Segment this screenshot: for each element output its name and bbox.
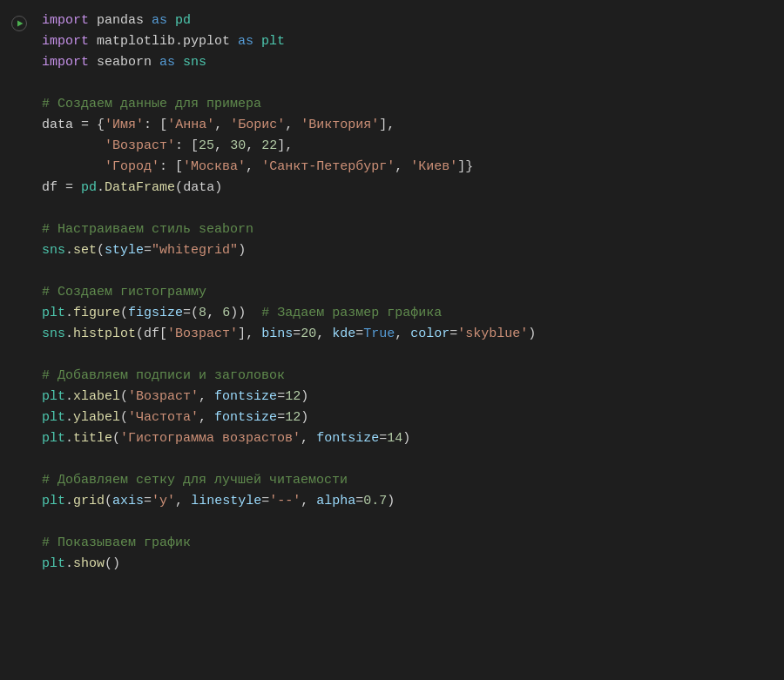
- run-button[interactable]: [10, 14, 29, 33]
- code-line: plt.grid(axis='y', linestyle='--', alpha…: [42, 491, 770, 512]
- code-line: # Добавляем подписи и заголовок: [42, 366, 770, 387]
- code-line: plt.title('Гистограмма возрастов', fonts…: [42, 428, 770, 449]
- code-line: # Добавляем сетку для лучшей читаемости: [42, 470, 770, 491]
- code-line: # Настраиваем стиль seaborn: [42, 219, 770, 240]
- code-editor: import pandas as pd import matplotlib.py…: [0, 0, 784, 680]
- code-line: sns.set(style="whitegrid"): [42, 240, 770, 261]
- code-line: import pandas as pd: [42, 10, 770, 31]
- code-line: df = pd.DataFrame(data): [42, 178, 770, 199]
- code-line: # Показываем график: [42, 533, 770, 554]
- code-line: [42, 261, 770, 282]
- code-line: 'Возраст': [25, 30, 22],: [42, 136, 770, 157]
- code-line: plt.xlabel('Возраст', fontsize=12): [42, 387, 770, 407]
- code-line: [42, 512, 770, 533]
- code-line: plt.ylabel('Частота', fontsize=12): [42, 407, 770, 428]
- code-line: [42, 73, 770, 94]
- code-line: # Создаем данные для примера: [42, 94, 770, 115]
- code-line: plt.show(): [42, 554, 770, 575]
- code-line: [42, 345, 770, 366]
- code-line: data = {'Имя': ['Анна', 'Борис', 'Виктор…: [42, 115, 770, 136]
- code-line: sns.histplot(df['Возраст'], bins=20, kde…: [42, 324, 770, 345]
- code-line: # Создаем гистограмму: [42, 282, 770, 303]
- code-line: import matplotlib.pyplot as plt: [42, 31, 770, 52]
- code-line: [42, 449, 770, 470]
- code-line: import seaborn as sns: [42, 52, 770, 73]
- code-line: [42, 199, 770, 219]
- code-line: 'Город': ['Москва', 'Санкт-Петербург', '…: [42, 157, 770, 178]
- code-content: import pandas as pd import matplotlib.py…: [38, 7, 784, 673]
- svg-marker-1: [17, 21, 24, 27]
- gutter: [0, 7, 38, 673]
- code-line: plt.figure(figsize=(8, 6)) # Задаем разм…: [42, 303, 770, 324]
